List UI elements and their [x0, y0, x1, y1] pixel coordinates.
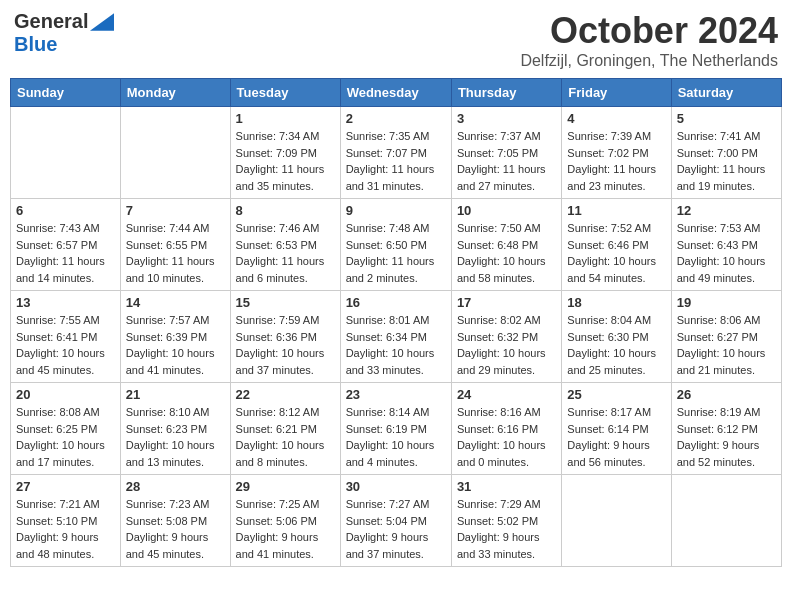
day-info: Sunrise: 8:10 AMSunset: 6:23 PMDaylight:… [126, 404, 225, 470]
day-info: Sunrise: 8:19 AMSunset: 6:12 PMDaylight:… [677, 404, 776, 470]
day-info: Sunrise: 7:52 AMSunset: 6:46 PMDaylight:… [567, 220, 665, 286]
calendar-header-row: SundayMondayTuesdayWednesdayThursdayFrid… [11, 79, 782, 107]
day-header-wednesday: Wednesday [340, 79, 451, 107]
calendar-cell: 23Sunrise: 8:14 AMSunset: 6:19 PMDayligh… [340, 383, 451, 475]
calendar-cell: 10Sunrise: 7:50 AMSunset: 6:48 PMDayligh… [451, 199, 561, 291]
day-info: Sunrise: 8:17 AMSunset: 6:14 PMDaylight:… [567, 404, 665, 470]
day-info: Sunrise: 7:34 AMSunset: 7:09 PMDaylight:… [236, 128, 335, 194]
calendar-cell: 7Sunrise: 7:44 AMSunset: 6:55 PMDaylight… [120, 199, 230, 291]
day-info: Sunrise: 8:02 AMSunset: 6:32 PMDaylight:… [457, 312, 556, 378]
day-number: 25 [567, 387, 665, 402]
day-number: 3 [457, 111, 556, 126]
day-info: Sunrise: 7:21 AMSunset: 5:10 PMDaylight:… [16, 496, 115, 562]
day-number: 15 [236, 295, 335, 310]
day-number: 11 [567, 203, 665, 218]
calendar-cell [120, 107, 230, 199]
logo-icon [90, 13, 114, 31]
day-number: 12 [677, 203, 776, 218]
calendar-cell: 15Sunrise: 7:59 AMSunset: 6:36 PMDayligh… [230, 291, 340, 383]
day-info: Sunrise: 7:39 AMSunset: 7:02 PMDaylight:… [567, 128, 665, 194]
day-header-sunday: Sunday [11, 79, 121, 107]
calendar-cell: 3Sunrise: 7:37 AMSunset: 7:05 PMDaylight… [451, 107, 561, 199]
calendar-cell: 11Sunrise: 7:52 AMSunset: 6:46 PMDayligh… [562, 199, 671, 291]
calendar-cell: 31Sunrise: 7:29 AMSunset: 5:02 PMDayligh… [451, 475, 561, 567]
day-info: Sunrise: 7:37 AMSunset: 7:05 PMDaylight:… [457, 128, 556, 194]
day-info: Sunrise: 7:53 AMSunset: 6:43 PMDaylight:… [677, 220, 776, 286]
svg-marker-0 [90, 13, 114, 31]
calendar-cell: 12Sunrise: 7:53 AMSunset: 6:43 PMDayligh… [671, 199, 781, 291]
day-info: Sunrise: 7:29 AMSunset: 5:02 PMDaylight:… [457, 496, 556, 562]
day-header-thursday: Thursday [451, 79, 561, 107]
day-number: 16 [346, 295, 446, 310]
day-info: Sunrise: 7:50 AMSunset: 6:48 PMDaylight:… [457, 220, 556, 286]
day-info: Sunrise: 7:35 AMSunset: 7:07 PMDaylight:… [346, 128, 446, 194]
calendar-cell: 17Sunrise: 8:02 AMSunset: 6:32 PMDayligh… [451, 291, 561, 383]
day-header-tuesday: Tuesday [230, 79, 340, 107]
day-number: 10 [457, 203, 556, 218]
calendar-week-5: 27Sunrise: 7:21 AMSunset: 5:10 PMDayligh… [11, 475, 782, 567]
calendar-cell: 4Sunrise: 7:39 AMSunset: 7:02 PMDaylight… [562, 107, 671, 199]
calendar-cell: 29Sunrise: 7:25 AMSunset: 5:06 PMDayligh… [230, 475, 340, 567]
day-info: Sunrise: 8:12 AMSunset: 6:21 PMDaylight:… [236, 404, 335, 470]
day-info: Sunrise: 7:23 AMSunset: 5:08 PMDaylight:… [126, 496, 225, 562]
day-number: 23 [346, 387, 446, 402]
day-number: 26 [677, 387, 776, 402]
calendar-week-3: 13Sunrise: 7:55 AMSunset: 6:41 PMDayligh… [11, 291, 782, 383]
day-number: 1 [236, 111, 335, 126]
logo-blue: Blue [14, 33, 57, 55]
calendar-cell: 20Sunrise: 8:08 AMSunset: 6:25 PMDayligh… [11, 383, 121, 475]
calendar-cell: 30Sunrise: 7:27 AMSunset: 5:04 PMDayligh… [340, 475, 451, 567]
day-info: Sunrise: 8:01 AMSunset: 6:34 PMDaylight:… [346, 312, 446, 378]
day-number: 30 [346, 479, 446, 494]
calendar-cell: 1Sunrise: 7:34 AMSunset: 7:09 PMDaylight… [230, 107, 340, 199]
day-number: 27 [16, 479, 115, 494]
day-number: 9 [346, 203, 446, 218]
day-number: 8 [236, 203, 335, 218]
day-number: 7 [126, 203, 225, 218]
calendar-cell: 8Sunrise: 7:46 AMSunset: 6:53 PMDaylight… [230, 199, 340, 291]
day-number: 29 [236, 479, 335, 494]
calendar-table: SundayMondayTuesdayWednesdayThursdayFrid… [10, 78, 782, 567]
calendar-cell [671, 475, 781, 567]
calendar-cell [11, 107, 121, 199]
day-number: 18 [567, 295, 665, 310]
day-info: Sunrise: 7:57 AMSunset: 6:39 PMDaylight:… [126, 312, 225, 378]
calendar-cell: 9Sunrise: 7:48 AMSunset: 6:50 PMDaylight… [340, 199, 451, 291]
day-info: Sunrise: 7:27 AMSunset: 5:04 PMDaylight:… [346, 496, 446, 562]
day-header-friday: Friday [562, 79, 671, 107]
day-number: 22 [236, 387, 335, 402]
day-number: 31 [457, 479, 556, 494]
calendar-cell: 28Sunrise: 7:23 AMSunset: 5:08 PMDayligh… [120, 475, 230, 567]
logo-general: General [14, 10, 88, 33]
day-info: Sunrise: 7:48 AMSunset: 6:50 PMDaylight:… [346, 220, 446, 286]
day-info: Sunrise: 7:43 AMSunset: 6:57 PMDaylight:… [16, 220, 115, 286]
day-header-saturday: Saturday [671, 79, 781, 107]
day-number: 14 [126, 295, 225, 310]
title-section: October 2024 Delfzijl, Groningen, The Ne… [520, 10, 778, 70]
calendar-cell: 6Sunrise: 7:43 AMSunset: 6:57 PMDaylight… [11, 199, 121, 291]
day-header-monday: Monday [120, 79, 230, 107]
logo: General Blue [14, 10, 114, 56]
day-number: 20 [16, 387, 115, 402]
calendar-week-2: 6Sunrise: 7:43 AMSunset: 6:57 PMDaylight… [11, 199, 782, 291]
calendar-cell: 13Sunrise: 7:55 AMSunset: 6:41 PMDayligh… [11, 291, 121, 383]
day-info: Sunrise: 7:55 AMSunset: 6:41 PMDaylight:… [16, 312, 115, 378]
day-info: Sunrise: 8:04 AMSunset: 6:30 PMDaylight:… [567, 312, 665, 378]
page-header: General Blue October 2024 Delfzijl, Gron… [10, 10, 782, 70]
calendar-cell: 26Sunrise: 8:19 AMSunset: 6:12 PMDayligh… [671, 383, 781, 475]
calendar-cell: 19Sunrise: 8:06 AMSunset: 6:27 PMDayligh… [671, 291, 781, 383]
day-info: Sunrise: 7:59 AMSunset: 6:36 PMDaylight:… [236, 312, 335, 378]
calendar-cell: 24Sunrise: 8:16 AMSunset: 6:16 PMDayligh… [451, 383, 561, 475]
day-number: 17 [457, 295, 556, 310]
day-number: 21 [126, 387, 225, 402]
day-number: 5 [677, 111, 776, 126]
day-number: 4 [567, 111, 665, 126]
day-info: Sunrise: 7:25 AMSunset: 5:06 PMDaylight:… [236, 496, 335, 562]
day-number: 6 [16, 203, 115, 218]
month-title: October 2024 [520, 10, 778, 52]
calendar-cell: 18Sunrise: 8:04 AMSunset: 6:30 PMDayligh… [562, 291, 671, 383]
calendar-cell [562, 475, 671, 567]
location: Delfzijl, Groningen, The Netherlands [520, 52, 778, 70]
calendar-cell: 2Sunrise: 7:35 AMSunset: 7:07 PMDaylight… [340, 107, 451, 199]
calendar-week-1: 1Sunrise: 7:34 AMSunset: 7:09 PMDaylight… [11, 107, 782, 199]
